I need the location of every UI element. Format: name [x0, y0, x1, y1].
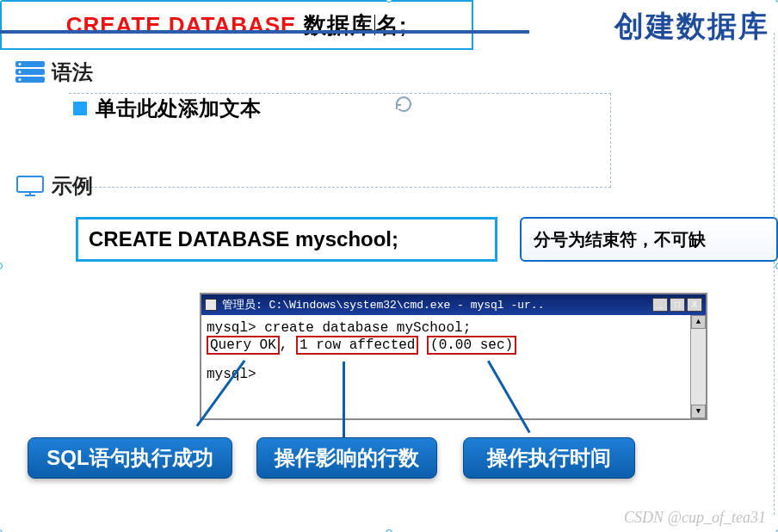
svg-point-3 — [19, 63, 22, 65]
callout-exec-time: 操作执行时间 — [463, 437, 635, 479]
scroll-up-button[interactable]: ▲ — [691, 315, 706, 329]
syntax-ph-post: 名; — [376, 10, 408, 40]
top-rule — [0, 30, 529, 34]
example-code-box: CREATE DATABASE myschool; — [76, 217, 497, 262]
syntax-text-box[interactable]: CREATE DATABASE 数据库 名; — [0, 0, 473, 50]
exec-time-box: (0.00 sec) — [427, 336, 516, 355]
minimize-button[interactable]: _ — [652, 298, 668, 312]
example-label: 示例 — [52, 172, 93, 200]
selection-dashed-box — [69, 93, 611, 188]
terminal-body: mysql> create database mySchool; Query O… — [201, 315, 706, 418]
result-status-box: Query OK — [207, 336, 280, 355]
note-text: 分号为结束符，不可缺 — [534, 228, 706, 251]
terminal-line-2: Query OK, 1 row affected (0.00 sec) — [207, 336, 688, 355]
page-title: 创建数据库 — [614, 7, 769, 46]
svg-point-5 — [19, 78, 22, 81]
monitor-icon — [15, 175, 45, 197]
syntax-keyword: CREATE DATABASE — [66, 12, 297, 39]
maximize-button[interactable]: □ — [670, 298, 685, 312]
cmd-icon — [205, 299, 217, 311]
terminal-title: 管理员: C:\Windows\system32\cmd.exe - mysql… — [222, 297, 647, 312]
window-controls: _ □ X — [652, 298, 702, 312]
example-code: CREATE DATABASE myschool; — [89, 227, 398, 251]
terminal-line-1: mysql> create database mySchool; — [207, 320, 688, 336]
scroll-down-button[interactable]: ▼ — [691, 405, 706, 418]
connector-2 — [343, 362, 345, 439]
terminal-scrollbar[interactable]: ▲ ▼ — [690, 315, 706, 418]
section-example: 示例 — [15, 172, 93, 200]
server-icon — [15, 61, 45, 84]
callout-sql-success: SQL语句执行成功 — [28, 437, 232, 479]
callout-rows-affected: 操作影响的行数 — [256, 437, 437, 479]
note-box: 分号为结束符，不可缺 — [520, 217, 778, 262]
rows-affected-box: 1 row affected — [296, 336, 418, 355]
terminal-titlebar[interactable]: 管理员: C:\Windows\system32\cmd.exe - mysql… — [201, 294, 706, 315]
syntax-text: CREATE DATABASE 数据库 名; — [2, 2, 472, 48]
close-button[interactable]: X — [687, 298, 702, 312]
watermark: CSDN @cup_of_tea31 — [624, 509, 766, 527]
svg-rect-6 — [17, 176, 43, 192]
terminal-line-3: mysql> — [207, 367, 688, 382]
syntax-label: 语法 — [52, 59, 93, 86]
syntax-ph-pre: 数据库 — [304, 10, 374, 40]
terminal-window: 管理员: C:\Windows\system32\cmd.exe - mysql… — [200, 293, 707, 420]
handle-w[interactable] — [0, 263, 3, 269]
right-dashed-guide — [774, 33, 775, 515]
section-syntax: 语法 — [15, 59, 93, 86]
svg-point-4 — [19, 71, 22, 73]
